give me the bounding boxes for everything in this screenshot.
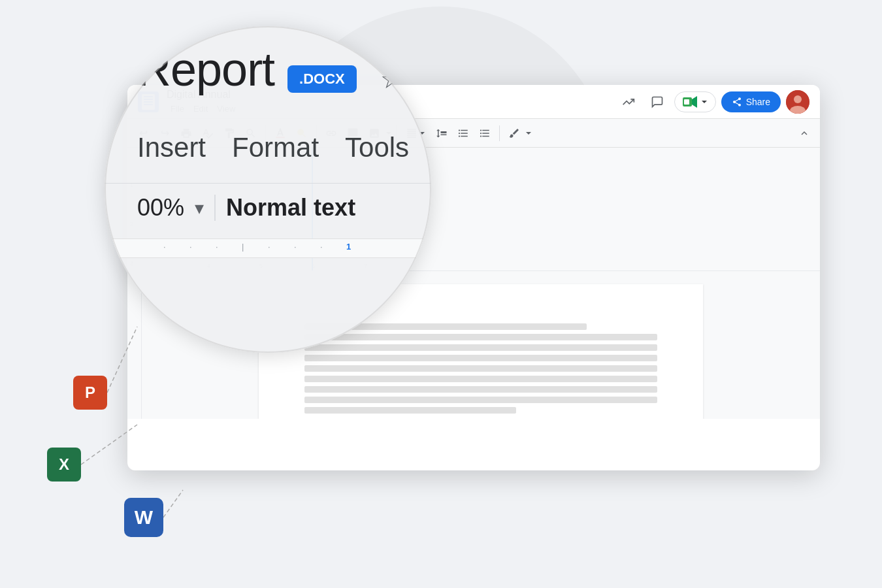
menu-insert-magnified[interactable]: Insert xyxy=(137,132,206,163)
magnified-doc-title: Report xyxy=(137,46,274,93)
format-dropdown[interactable] xyxy=(525,127,532,139)
share-button[interactable]: Share xyxy=(721,91,781,112)
meet-button[interactable] xyxy=(674,91,716,112)
excel-icon: X xyxy=(47,448,81,482)
bullet-list-button[interactable] xyxy=(474,123,495,144)
powerpoint-icon: P xyxy=(73,376,107,410)
header-actions: Share xyxy=(617,90,809,114)
user-avatar[interactable] xyxy=(786,90,809,114)
collapse-toolbar-button[interactable] xyxy=(794,123,815,144)
svg-line-2 xyxy=(163,490,183,517)
zoom-percent: 00% xyxy=(137,194,184,221)
word-icon: W xyxy=(124,498,163,537)
zoom-arrow[interactable]: ▾ xyxy=(195,197,204,219)
menu-tools-magnified[interactable]: Tools xyxy=(345,132,409,163)
chat-icon-btn[interactable] xyxy=(645,90,669,114)
magnified-ruler: · · · | · · · 1 xyxy=(105,238,431,258)
share-label: Share xyxy=(746,97,770,107)
docx-badge: .DOCX xyxy=(287,65,357,93)
magnifier-overlay: Report .DOCX ☆ Insert Format Tools 00% ▾… xyxy=(105,26,431,353)
svg-point-7 xyxy=(794,95,802,103)
svg-marker-4 xyxy=(692,96,697,108)
svg-rect-5 xyxy=(684,99,689,105)
magnified-toolbar: 00% ▾ Normal text xyxy=(105,184,431,232)
paint-highlight-button[interactable] xyxy=(504,123,525,144)
list-button[interactable] xyxy=(453,123,474,144)
ruler-mark-1: 1 xyxy=(346,242,351,252)
normal-text-label[interactable]: Normal text xyxy=(226,194,355,221)
magnified-menu: Insert Format Tools xyxy=(105,132,431,163)
line-spacing-button[interactable] xyxy=(431,123,452,144)
menu-format-magnified[interactable]: Format xyxy=(232,132,319,163)
trending-icon-btn[interactable] xyxy=(617,90,640,114)
